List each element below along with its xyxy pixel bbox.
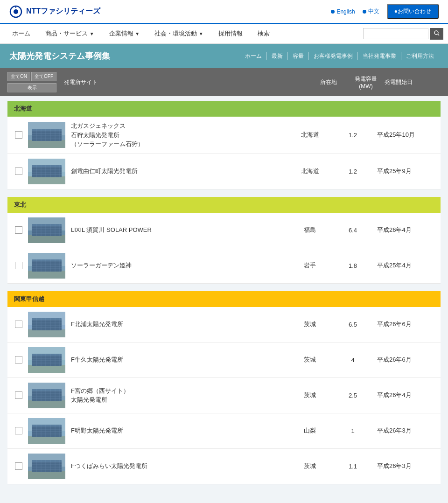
plant-name[interactable]: ソーラーガーデン姫神 xyxy=(71,261,286,270)
logo: NTTファシリティーズ xyxy=(9,5,100,18)
nav-social[interactable]: 社会・環境活動 ▼ xyxy=(147,24,211,43)
search-icon xyxy=(434,30,440,36)
nav-recruit[interactable]: 採用情報 xyxy=(211,24,250,43)
sub-nav-usage[interactable]: ご利用方法 xyxy=(401,52,439,60)
plant-checkbox[interactable] xyxy=(15,427,22,434)
logo-icon xyxy=(9,5,22,18)
plant-name[interactable]: 北ガスジェネックス 石狩太陽光発電所 （ソーラーファーム石狩） xyxy=(71,121,286,149)
plant-checkbox[interactable] xyxy=(15,168,22,175)
sub-nav-own[interactable]: 当社発電事業 xyxy=(358,52,401,60)
svg-rect-97 xyxy=(28,400,65,408)
plant-capacity: 1.1 xyxy=(334,463,371,470)
nav-company[interactable]: 企業情報 ▼ xyxy=(102,24,147,43)
plant-thumbnail xyxy=(28,383,65,408)
plant-thumbnail xyxy=(28,312,65,337)
plant-name[interactable]: F北浦太陽光発電所 xyxy=(71,320,286,329)
svg-rect-79 xyxy=(32,318,62,320)
plant-date: 平成26年6月 xyxy=(377,320,433,328)
search-input[interactable] xyxy=(363,28,428,39)
plant-checkbox[interactable] xyxy=(15,131,22,139)
nav-search-label: 検索 xyxy=(250,24,277,43)
plant-name[interactable]: Fつくばみらい太陽光発電所 xyxy=(71,461,286,471)
plant-name[interactable]: F宮の郷（西サイト） 太陽光発電所 xyxy=(71,386,286,405)
plant-thumbnail xyxy=(28,122,65,148)
plant-checkbox[interactable] xyxy=(15,321,22,328)
plant-thumbnail xyxy=(28,418,65,444)
nav-products[interactable]: 商品・サービス ▼ xyxy=(38,24,102,43)
sub-nav-capacity[interactable]: 容量 xyxy=(288,52,309,60)
contact-button[interactable]: ●お問い合わせ xyxy=(387,4,439,19)
lang-dot-cn xyxy=(363,10,366,14)
page-title-bar: 太陽光発電システム事例集 ホーム 最新 容量 お客様発電事例 当社発電事業 ご利… xyxy=(0,44,448,68)
plant-row: ソーラーガーデン姫神岩手1.8平成25年4月 xyxy=(7,248,441,284)
plant-row: Fつくばみらい太陽光発電所茨城1.1平成26年3月 xyxy=(7,449,441,484)
plant-date: 平成26年6月 xyxy=(377,356,433,364)
svg-rect-19 xyxy=(32,129,62,131)
region-section: 関東甲信越 F北浦太陽光発電所茨城6.5平成26年6月 xyxy=(7,291,441,484)
plant-location: 北海道 xyxy=(291,167,329,175)
logo-text: NTTファシリティーズ xyxy=(26,7,100,16)
svg-rect-64 xyxy=(32,259,62,261)
svg-point-3 xyxy=(434,31,438,35)
plant-checkbox[interactable] xyxy=(15,462,22,470)
show-button[interactable]: 表示 xyxy=(7,83,56,92)
col-header-date: 発電開始日 xyxy=(385,78,441,86)
plant-checkbox[interactable] xyxy=(15,356,22,363)
region-header: 東北 xyxy=(7,197,441,213)
nav-arrow: ▼ xyxy=(90,31,94,36)
search-button[interactable] xyxy=(430,28,443,40)
header: NTTファシリティーズ English 中文 ●お問い合わせ xyxy=(0,0,448,24)
sub-nav-home[interactable]: ホーム xyxy=(240,52,267,60)
plant-location: 茨城 xyxy=(291,356,329,364)
plant-image xyxy=(28,159,65,184)
plant-row: 北ガスジェネックス 石狩太陽光発電所 （ソーラーファーム石狩）北海道1.2平成2… xyxy=(7,117,441,154)
plant-checkbox[interactable] xyxy=(15,226,22,234)
plant-checkbox[interactable] xyxy=(15,391,22,399)
col-header-capacity: 発電容量(MW) xyxy=(347,75,385,90)
plant-checkbox[interactable] xyxy=(15,262,22,269)
sub-nav-customer[interactable]: お客様発電事例 xyxy=(309,52,358,60)
region-section: 北海道 北ガスジェネックス 石狩太陽光発電所 （ソーラーファーム石狩）北海道1.… xyxy=(7,101,441,189)
plant-date: 平成26年4月 xyxy=(377,391,433,399)
page-sub-nav: ホーム 最新 容量 お客様発電事例 当社発電事業 ご利用方法 xyxy=(240,52,439,60)
col-header-location: 所在地 xyxy=(310,78,347,86)
plant-date: 平成25年4月 xyxy=(377,261,433,270)
plant-date: 平成25年9月 xyxy=(377,167,433,175)
svg-rect-139 xyxy=(32,460,62,462)
plant-thumbnail xyxy=(28,159,65,184)
nav-home[interactable]: ホーム xyxy=(5,24,38,43)
toggle-row: 全てON 全てOFF xyxy=(7,72,56,81)
svg-rect-109 xyxy=(32,389,62,391)
svg-rect-127 xyxy=(28,471,65,479)
lang-english[interactable]: English xyxy=(331,8,355,15)
svg-rect-82 xyxy=(28,365,65,373)
col-header-site: 発電所サイト xyxy=(64,78,310,86)
plant-row: LIXIL 須賀川 SOLAR POWER福島6.4平成26年4月 xyxy=(7,213,441,248)
svg-line-4 xyxy=(438,34,439,35)
toggle-all-on[interactable]: 全てON xyxy=(7,72,30,81)
plant-capacity: 2.5 xyxy=(334,392,371,399)
plant-name[interactable]: F明野太陽光発電所 xyxy=(71,426,286,435)
plant-thumbnail xyxy=(28,347,65,373)
plant-name[interactable]: LIXIL 須賀川 SOLAR POWER xyxy=(71,225,286,235)
plant-image xyxy=(28,418,65,444)
plant-capacity: 6.4 xyxy=(334,227,371,234)
plant-image xyxy=(28,312,65,337)
plant-image xyxy=(28,253,65,279)
plant-capacity: 1.8 xyxy=(334,262,371,269)
plant-row: 創電由仁町太陽光発電所北海道1.2平成25年9月 xyxy=(7,154,441,189)
plant-location: 岩手 xyxy=(291,261,329,270)
plant-location: 山梨 xyxy=(291,426,329,435)
plant-image xyxy=(28,347,65,373)
lang-chinese[interactable]: 中文 xyxy=(363,7,379,15)
plant-name[interactable]: F牛久太陽光発電所 xyxy=(71,355,286,364)
plant-thumbnail xyxy=(28,454,65,479)
plant-location: 茨城 xyxy=(291,462,329,470)
plant-image xyxy=(28,217,65,243)
toggle-buttons: 全てON 全てOFF 表示 xyxy=(7,72,56,92)
sub-nav-latest[interactable]: 最新 xyxy=(267,52,288,60)
nav-search-area xyxy=(363,28,443,40)
plant-name[interactable]: 創電由仁町太陽光発電所 xyxy=(71,167,286,176)
toggle-all-off[interactable]: 全てOFF xyxy=(31,72,56,81)
svg-rect-34 xyxy=(32,165,62,167)
